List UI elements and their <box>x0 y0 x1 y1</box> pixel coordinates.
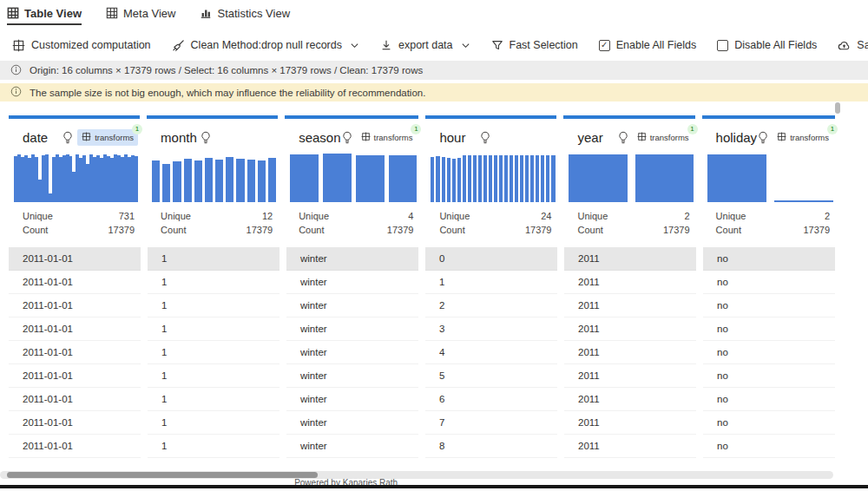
lightbulb-icon[interactable] <box>479 131 491 144</box>
bar-chart-icon <box>200 7 212 19</box>
histogram-bar <box>541 155 544 202</box>
count-label: Count <box>161 223 186 237</box>
histogram-bar <box>569 154 627 202</box>
table-cell: no <box>703 294 835 318</box>
tab-table-view[interactable]: Table View <box>7 0 82 26</box>
table-cell: 6 <box>425 388 557 411</box>
histogram-bar <box>173 161 181 202</box>
cloud-upload-icon <box>838 39 851 52</box>
disable-all-fields-checkbox[interactable]: Disable All Fields <box>717 39 817 51</box>
transforms-button[interactable]: transforms 1 <box>633 129 694 146</box>
table-row: 2011-01-011winter82011no <box>9 435 835 458</box>
tab-meta-view[interactable]: Meta View <box>106 0 175 26</box>
field-distribution-histogram[interactable] <box>14 153 138 202</box>
table-cell: 0 <box>425 247 557 271</box>
table-cell: 1 <box>148 271 279 294</box>
histogram-bar <box>162 164 170 202</box>
transforms-button[interactable]: transforms 1 <box>773 129 833 146</box>
table-cell: 4 <box>425 341 557 364</box>
tab-statistics-view[interactable]: Statistics View <box>200 0 290 26</box>
transforms-count-badge: 1 <box>132 124 142 134</box>
horizontal-scrollbar-thumb[interactable] <box>7 472 318 478</box>
histogram-bar <box>184 159 192 202</box>
fast-selection-button[interactable]: Fast Selection <box>491 39 578 51</box>
field-name: season <box>299 130 340 145</box>
table-cell: no <box>703 341 835 364</box>
table-grid-icon <box>12 39 25 52</box>
lightbulb-icon[interactable] <box>200 131 212 144</box>
histogram-bar <box>551 155 555 202</box>
table-cell: 2011-01-01 <box>9 435 141 458</box>
enable-all-fields-checkbox[interactable]: ✓ Enable All Fields <box>599 39 696 51</box>
count-value: 17379 <box>108 223 135 237</box>
field-column-header: date transforms 1 <box>9 126 140 148</box>
count-value: 17379 <box>387 223 414 237</box>
transforms-count-badge: 1 <box>411 124 421 134</box>
histogram-bar <box>525 155 529 202</box>
unique-value: 731 <box>119 209 135 223</box>
field-name: month <box>161 130 197 145</box>
table-cell: 1 <box>148 247 279 271</box>
vertical-scrollbar[interactable] <box>834 102 841 470</box>
transforms-button[interactable]: transforms 1 <box>77 129 138 146</box>
table-cell: 1 <box>148 364 279 388</box>
funnel-icon <box>491 39 503 51</box>
field-column-card: season transforms 1 Unique4 Count17379 <box>285 115 418 237</box>
table-cell: 2011 <box>564 364 696 388</box>
field-distribution-histogram[interactable] <box>569 153 693 202</box>
histogram-bar <box>389 155 418 202</box>
vertical-scrollbar-thumb[interactable] <box>835 102 840 114</box>
table-grid-icon <box>106 7 118 19</box>
unique-value: 2 <box>684 209 689 223</box>
table-cell: no <box>703 435 835 458</box>
unchecked-checkbox-icon <box>717 40 728 51</box>
histogram-bar <box>707 154 766 202</box>
download-icon <box>380 39 392 51</box>
table-cell: 2011-01-01 <box>9 388 141 411</box>
table-cell: 1 <box>148 294 279 318</box>
histogram-bar <box>546 155 549 202</box>
table-cell: no <box>703 247 835 271</box>
transforms-button[interactable]: transforms 1 <box>357 129 418 146</box>
transforms-label: transforms <box>95 133 134 142</box>
histogram-bar <box>520 155 523 202</box>
field-distribution-histogram[interactable] <box>152 153 276 202</box>
field-column-header: month transforms <box>147 126 278 148</box>
histogram-bar <box>489 155 492 202</box>
transforms-count-badge: 1 <box>687 124 698 134</box>
field-distribution-histogram[interactable] <box>431 153 555 202</box>
unique-label: Unique <box>23 209 53 223</box>
histogram-bar <box>457 158 461 202</box>
clean-method-dropdown[interactable]: Clean Method:drop null records <box>172 39 359 52</box>
table-cell: winter <box>286 364 418 388</box>
lightbulb-icon[interactable] <box>62 131 74 144</box>
enable-all-fields-label: Enable All Fields <box>616 39 696 51</box>
export-data-dropdown[interactable]: export data <box>380 39 470 51</box>
customized-computation-button[interactable]: Customized computation <box>12 39 151 52</box>
lightbulb-icon[interactable] <box>757 131 769 144</box>
histogram-bar <box>205 158 213 202</box>
histogram-bar <box>452 159 456 202</box>
table-cell: 7 <box>425 411 557 435</box>
table-cell: 2011-01-01 <box>9 318 141 341</box>
table-cell: no <box>703 364 835 388</box>
field-name: holiday <box>716 130 758 145</box>
unique-label: Unique <box>439 209 470 223</box>
lightbulb-icon[interactable] <box>617 131 629 144</box>
histogram-bar <box>530 155 534 202</box>
table-rows: 2011-01-011winter02011no2011-01-011winte… <box>9 247 835 458</box>
origin-info-text: Origin: 16 columns × 17379 rows / Select… <box>30 65 423 75</box>
count-value: 17379 <box>663 223 690 237</box>
horizontal-scrollbar[interactable] <box>0 471 833 479</box>
warning-text: The sample size is not big enough, which… <box>30 88 425 98</box>
table-cell: 2011-01-01 <box>9 294 141 318</box>
table-cell: 1 <box>425 271 557 294</box>
field-distribution-histogram[interactable] <box>290 153 417 202</box>
histogram-bar <box>152 160 160 202</box>
lightbulb-icon[interactable] <box>341 131 353 144</box>
table-cell: 2011-01-01 <box>9 364 141 388</box>
histogram-bar <box>447 158 450 202</box>
save-to-cloud-button[interactable]: Save to Cloud <box>838 39 868 52</box>
field-distribution-histogram[interactable] <box>707 153 833 202</box>
histogram-bar <box>473 155 477 202</box>
